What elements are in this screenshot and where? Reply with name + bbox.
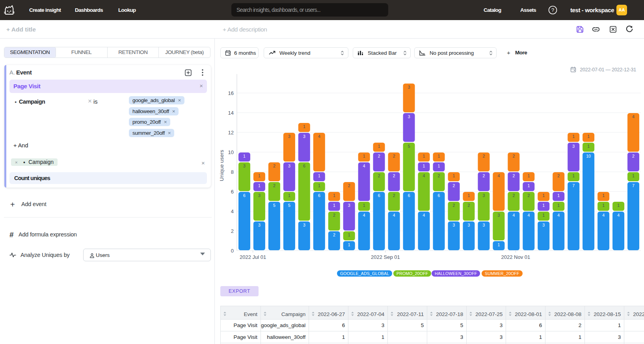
svg-text:1: 1 bbox=[288, 193, 290, 198]
svg-text:3: 3 bbox=[497, 213, 500, 218]
svg-text:1: 1 bbox=[572, 173, 575, 178]
svg-text:4: 4 bbox=[617, 213, 620, 218]
svg-text:2022 Jul 01: 2022 Jul 01 bbox=[240, 254, 266, 260]
svg-text:2: 2 bbox=[333, 232, 335, 237]
svg-text:4: 4 bbox=[423, 173, 425, 178]
svg-text:1: 1 bbox=[527, 183, 530, 188]
svg-text:2: 2 bbox=[333, 213, 335, 218]
svg-text:3: 3 bbox=[243, 164, 246, 168]
svg-text:4: 4 bbox=[557, 213, 560, 218]
svg-text:1: 1 bbox=[617, 203, 620, 208]
svg-text:3: 3 bbox=[482, 193, 485, 198]
svg-text:2: 2 bbox=[557, 173, 560, 178]
svg-text:6: 6 bbox=[408, 193, 410, 198]
svg-text:6: 6 bbox=[378, 193, 380, 198]
svg-text:1: 1 bbox=[303, 124, 305, 129]
svg-text:4: 4 bbox=[423, 213, 425, 218]
svg-text:3: 3 bbox=[288, 134, 290, 139]
svg-text:3: 3 bbox=[408, 114, 410, 119]
svg-text:8: 8 bbox=[231, 169, 234, 175]
svg-text:1: 1 bbox=[557, 193, 560, 198]
svg-text:1: 1 bbox=[438, 154, 440, 158]
svg-text:1: 1 bbox=[363, 203, 365, 208]
svg-text:1: 1 bbox=[318, 173, 320, 178]
svg-text:4: 4 bbox=[512, 213, 515, 218]
svg-text:2: 2 bbox=[393, 193, 395, 198]
svg-text:7: 7 bbox=[572, 183, 575, 188]
svg-text:3: 3 bbox=[303, 223, 305, 227]
svg-text:14: 14 bbox=[228, 110, 234, 116]
svg-text:1: 1 bbox=[497, 242, 500, 247]
svg-text:1: 1 bbox=[572, 134, 575, 139]
svg-text:1: 1 bbox=[542, 203, 545, 208]
svg-text:1: 1 bbox=[363, 154, 365, 158]
svg-text:3: 3 bbox=[288, 164, 290, 168]
svg-text:4: 4 bbox=[632, 114, 635, 119]
svg-text:1: 1 bbox=[378, 144, 380, 149]
svg-text:4: 4 bbox=[363, 213, 365, 218]
svg-text:3: 3 bbox=[572, 144, 575, 149]
svg-text:1: 1 bbox=[438, 164, 440, 168]
svg-text:2: 2 bbox=[512, 173, 515, 178]
svg-text:1: 1 bbox=[258, 183, 261, 188]
svg-text:1: 1 bbox=[557, 203, 560, 208]
svg-text:5: 5 bbox=[408, 144, 410, 149]
svg-text:2: 2 bbox=[438, 173, 440, 178]
svg-text:1: 1 bbox=[348, 242, 350, 247]
svg-text:2: 2 bbox=[632, 154, 635, 158]
svg-text:4: 4 bbox=[497, 173, 500, 178]
svg-text:1: 1 bbox=[527, 173, 530, 178]
svg-text:Unique users: Unique users bbox=[219, 150, 225, 181]
svg-text:6: 6 bbox=[303, 164, 305, 168]
svg-text:2: 2 bbox=[348, 183, 350, 188]
svg-text:2022 Nov 01: 2022 Nov 01 bbox=[501, 254, 530, 260]
svg-text:3: 3 bbox=[303, 134, 305, 139]
svg-text:0: 0 bbox=[231, 248, 234, 254]
svg-text:2: 2 bbox=[512, 193, 515, 198]
svg-text:2: 2 bbox=[378, 154, 380, 158]
svg-text:4: 4 bbox=[231, 208, 234, 214]
svg-text:2: 2 bbox=[527, 193, 530, 198]
svg-text:2022 Sep 01: 2022 Sep 01 bbox=[371, 254, 400, 260]
svg-text:3: 3 bbox=[348, 203, 350, 208]
svg-text:12: 12 bbox=[228, 130, 234, 136]
svg-text:2: 2 bbox=[512, 154, 515, 158]
svg-text:3: 3 bbox=[482, 223, 485, 227]
svg-text:1: 1 bbox=[453, 173, 455, 178]
svg-text:2: 2 bbox=[453, 203, 455, 208]
svg-text:6: 6 bbox=[243, 193, 246, 198]
svg-text:1: 1 bbox=[602, 193, 605, 198]
svg-text:2: 2 bbox=[231, 228, 234, 234]
svg-text:4: 4 bbox=[318, 134, 320, 139]
svg-text:1: 1 bbox=[602, 203, 605, 208]
svg-text:2: 2 bbox=[393, 154, 395, 158]
svg-text:2: 2 bbox=[273, 164, 275, 168]
svg-text:1: 1 bbox=[587, 134, 590, 139]
svg-text:5: 5 bbox=[288, 203, 290, 208]
svg-text:1: 1 bbox=[333, 203, 335, 208]
svg-text:2: 2 bbox=[453, 183, 455, 188]
svg-text:1: 1 bbox=[542, 193, 545, 198]
svg-text:1: 1 bbox=[318, 183, 320, 188]
svg-text:1: 1 bbox=[423, 164, 425, 168]
svg-text:16: 16 bbox=[228, 90, 234, 96]
svg-text:2: 2 bbox=[482, 173, 485, 178]
svg-text:1: 1 bbox=[632, 173, 635, 178]
svg-text:7: 7 bbox=[632, 183, 635, 188]
svg-text:2: 2 bbox=[378, 173, 380, 178]
svg-text:3: 3 bbox=[453, 223, 455, 227]
svg-text:4: 4 bbox=[602, 213, 605, 218]
svg-text:1: 1 bbox=[423, 154, 425, 158]
svg-text:1: 1 bbox=[348, 232, 350, 237]
svg-text:1: 1 bbox=[467, 193, 470, 198]
svg-text:2: 2 bbox=[393, 173, 395, 178]
svg-text:1: 1 bbox=[587, 144, 590, 149]
svg-text:3: 3 bbox=[467, 223, 470, 227]
svg-text:4: 4 bbox=[527, 213, 530, 218]
svg-text:3: 3 bbox=[258, 193, 261, 198]
svg-text:6: 6 bbox=[438, 193, 440, 198]
svg-text:2: 2 bbox=[273, 183, 275, 188]
svg-text:3: 3 bbox=[408, 85, 410, 89]
svg-text:1: 1 bbox=[542, 213, 545, 218]
svg-text:3: 3 bbox=[258, 223, 261, 227]
